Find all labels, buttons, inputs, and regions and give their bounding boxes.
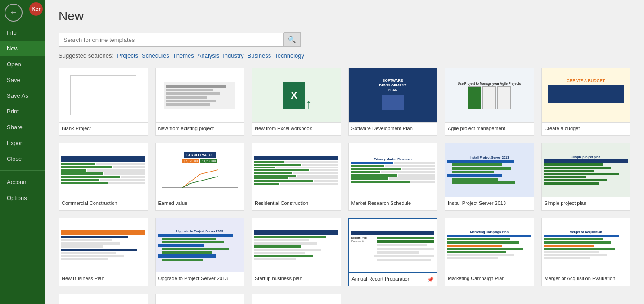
- sidebar-item-account[interactable]: Account: [0, 174, 45, 190]
- sidebar-item-info[interactable]: Info: [0, 25, 45, 41]
- search-input[interactable]: [59, 33, 284, 47]
- template-annual[interactable]: Report Prep Construction: [348, 218, 438, 286]
- search-button[interactable]: 🔍: [284, 32, 301, 47]
- sidebar-item-export[interactable]: Export: [0, 135, 45, 151]
- template-agile[interactable]: Use Project to Manage your Agile Project…: [445, 68, 534, 136]
- template-label-excel: New from Excel workbook: [252, 123, 341, 135]
- search-area: 🔍: [59, 32, 630, 47]
- template-grid: Blank Project New from existing project: [59, 68, 630, 304]
- template-label-software: Software Development Plan: [349, 123, 437, 135]
- template-label-simple: Simple project plan: [542, 197, 630, 210]
- back-button[interactable]: ←: [5, 4, 23, 22]
- template-budget[interactable]: CREATE A BUDGET Create a budget: [541, 68, 631, 136]
- template-merger[interactable]: Merger or Acquisition Merger or Acquisit…: [541, 218, 631, 286]
- suggested-link-industry[interactable]: Industry: [223, 52, 243, 59]
- template-label-market: Market Research Schedule: [349, 197, 437, 210]
- template-excel[interactable]: X ↑ New from Excel workbook: [252, 68, 341, 136]
- template-simple[interactable]: Simple project plan Simple project plan: [541, 143, 631, 210]
- page-title: New: [59, 9, 630, 23]
- sidebar-item-close[interactable]: Close: [0, 151, 45, 167]
- template-label-agile: Agile project management: [445, 123, 534, 135]
- template-label-existing: New from existing project: [156, 123, 244, 135]
- template-label-marketing: Marketing Campaign Plan: [445, 272, 534, 285]
- template-label-startup: Startup business plan: [252, 272, 341, 285]
- template-market[interactable]: Primary Market Research Market Research …: [348, 143, 438, 210]
- template-earned[interactable]: EARNED VALUE $7,720.00 $1,230.00 Earned …: [155, 143, 245, 210]
- template-newbiz[interactable]: New Business Plan: [59, 218, 148, 286]
- sidebar-item-new[interactable]: New: [0, 41, 45, 56]
- sidebar-item-save[interactable]: Save: [0, 72, 45, 88]
- template-marketing[interactable]: Marketing Campaign Plan Marketing Campai…: [445, 218, 534, 286]
- template-software[interactable]: SOFTWAREDEVELOPMENTPLAN Software Develop…: [348, 68, 438, 136]
- template-label-install: Install Project Server 2013: [445, 197, 534, 210]
- template-label-residential: Residential Construction: [252, 197, 341, 210]
- template-label-annual: Annual Report Preparation: [349, 273, 437, 286]
- template-label-newbiz: New Business Plan: [59, 272, 148, 285]
- suggested-link-analysis[interactable]: Analysis: [198, 52, 219, 59]
- sidebar-divider: [0, 170, 45, 171]
- template-residential[interactable]: Residential Construction: [252, 143, 341, 210]
- template-blank[interactable]: Blank Project: [59, 68, 148, 136]
- sidebar-item-share[interactable]: Share: [0, 119, 45, 135]
- avatar: Ker: [29, 2, 43, 16]
- template-existing[interactable]: New from existing project: [155, 68, 245, 136]
- sidebar-item-options[interactable]: Options: [0, 190, 45, 206]
- template-sox[interactable]: SOX COMPLIANCE &TECHNOLOGY OPTIONS 0% SO…: [155, 294, 245, 304]
- suggested-link-themes[interactable]: Themes: [173, 52, 194, 59]
- template-label-earned: Earned value: [156, 197, 244, 210]
- sidebar-item-saveas[interactable]: Save As: [0, 88, 45, 104]
- sidebar-item-open[interactable]: Open: [0, 56, 45, 72]
- template-customer[interactable]: Customer Service: [252, 294, 341, 304]
- suggested-link-schedules[interactable]: Schedules: [142, 52, 169, 59]
- pin-icon[interactable]: 📌: [427, 277, 434, 283]
- template-startup[interactable]: Startup business plan: [252, 218, 341, 286]
- template-label-budget: Create a budget: [542, 123, 630, 135]
- template-upgrade[interactable]: Upgrade to Project Server 2013 Upgrade t…: [155, 218, 245, 286]
- template-label-blank: Blank Project: [59, 123, 148, 135]
- suggested-link-projects[interactable]: Projects: [117, 52, 138, 59]
- sidebar: ← Ker Info New Open Save Save As Print S…: [0, 0, 45, 304]
- template-sixsigma[interactable]: SIX SIGMADMAIC CYCLE D M A I C Alpha Pha…: [59, 294, 148, 304]
- template-label-commercial: Commercial Construction: [59, 197, 148, 210]
- template-commercial[interactable]: Commercial Construction: [59, 143, 148, 210]
- template-label-upgrade: Upgrade to Project Server 2013: [156, 272, 244, 285]
- main-content: New 🔍 Suggested searches: Projects Sched…: [45, 0, 644, 304]
- suggested-label: Suggested searches:: [59, 52, 113, 59]
- suggested-link-business[interactable]: Business: [247, 52, 271, 59]
- sidebar-item-print[interactable]: Print: [0, 104, 45, 119]
- template-install[interactable]: Install Project Server 2013 Install Proj…: [445, 143, 534, 210]
- suggested-searches: Suggested searches: Projects Schedules T…: [59, 52, 630, 59]
- suggested-link-technology[interactable]: Technology: [275, 52, 304, 59]
- template-label-merger: Merger or Acquisition Evaluation: [542, 272, 630, 285]
